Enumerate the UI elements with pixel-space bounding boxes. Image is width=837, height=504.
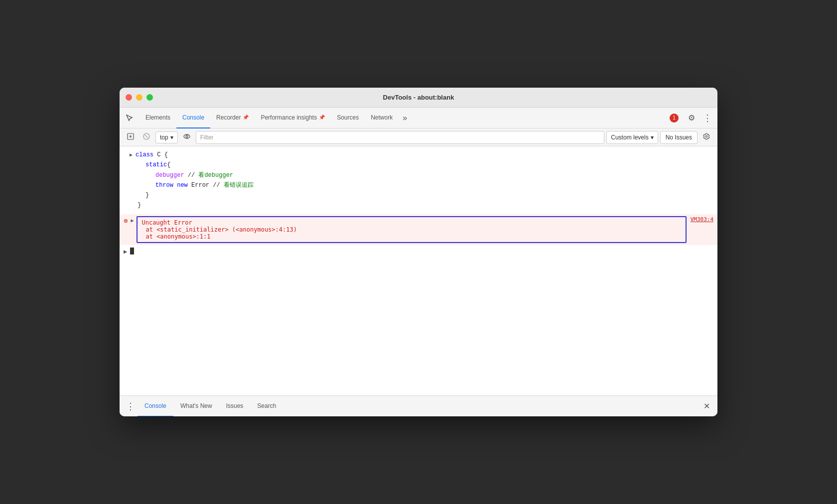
error-stack-line2: at <anonymous>:1:1 [141, 233, 681, 240]
bottom-tab-whats-new[interactable]: What's New [173, 396, 219, 417]
maximize-button[interactable] [146, 94, 153, 101]
error-circle-icon: ⊗ [124, 216, 128, 225]
minimize-button[interactable] [136, 94, 142, 101]
devtools-settings-button[interactable]: ⚙ [684, 110, 699, 126]
bottom-more-button[interactable]: ⋮ [124, 399, 138, 413]
console-settings-button[interactable] [699, 130, 713, 144]
bottom-dots-icon: ⋮ [126, 401, 135, 412]
error-count-badge[interactable]: 1 [666, 114, 684, 123]
svg-point-4 [186, 135, 188, 137]
console-frame-icon [127, 132, 135, 142]
svg-line-2 [145, 135, 148, 138]
eye-icon [183, 132, 191, 142]
clear-console-button[interactable] [124, 130, 138, 144]
console-input-line: ▶ [120, 245, 717, 257]
console-filter-input[interactable] [196, 131, 605, 144]
bottom-tab-console[interactable]: Console [138, 396, 173, 417]
error-badge-icon: 1 [670, 114, 679, 123]
chevron-down-icon: ▾ [170, 134, 173, 141]
settings-gear-icon [703, 133, 710, 141]
console-toolbar: top ▾ Custom levels ▾ No Issues [120, 128, 717, 146]
error-expand-chevron[interactable]: ▶ [131, 216, 134, 224]
stop-icon [142, 132, 150, 142]
error-title: Uncaught Error [141, 219, 681, 226]
code-block: ▶ class C { static{ debugger // 看debugge… [120, 146, 717, 214]
tab-console[interactable]: Console [176, 108, 210, 128]
gear-icon: ⚙ [688, 113, 695, 123]
inspect-element-button[interactable] [122, 110, 138, 126]
tab-sources[interactable]: Sources [331, 108, 365, 128]
error-source-link[interactable]: VM303:4 [687, 216, 713, 223]
tab-recorder[interactable]: Recorder 📌 [210, 108, 255, 128]
console-output: ▶ class C { static{ debugger // 看debugge… [120, 146, 717, 395]
tab-performance-insights[interactable]: Performance insights 📌 [255, 108, 331, 128]
devtools-more-options-button[interactable]: ⋮ [699, 110, 715, 126]
performance-pin-icon: 📌 [319, 115, 325, 120]
live-expressions-button[interactable] [180, 130, 194, 144]
titlebar: DevTools - about:blank [120, 88, 717, 108]
bottom-tab-search[interactable]: Search [250, 396, 283, 417]
dots-icon: ⋮ [703, 113, 712, 124]
recorder-pin-icon: 📌 [243, 115, 249, 120]
cursor [130, 248, 134, 254]
bottom-close-button[interactable]: ✕ [699, 399, 713, 413]
stop-button[interactable] [140, 130, 153, 144]
input-prompt-icon: ▶ [124, 247, 127, 255]
devtools-window: DevTools - about:blank Elements Console … [120, 88, 717, 416]
bottom-tab-issues[interactable]: Issues [219, 396, 251, 417]
more-tabs-button[interactable]: » [399, 108, 411, 128]
window-controls [126, 94, 153, 101]
error-stack-line1: at <static_initializer> (<anonymous>:4:1… [141, 226, 681, 233]
no-issues-button[interactable]: No Issues [660, 131, 698, 144]
error-row: ⊗ ▶ Uncaught Error at <static_initialize… [120, 214, 717, 245]
close-icon: ✕ [703, 401, 710, 411]
chevron-down-icon-levels: ▾ [651, 134, 654, 141]
close-button[interactable] [126, 94, 132, 101]
error-detail-box: Uncaught Error at <static_initializer> (… [137, 216, 686, 243]
context-dropdown[interactable]: top ▾ [155, 131, 178, 143]
svg-point-3 [184, 134, 190, 138]
tab-network[interactable]: Network [365, 108, 399, 128]
code-expand-chevron[interactable]: ▶ [130, 150, 133, 159]
bottom-tab-bar: ⋮ Console What's New Issues Search ✕ [120, 395, 717, 416]
custom-levels-button[interactable]: Custom levels ▾ [606, 131, 658, 144]
devtools-tab-bar: Elements Console Recorder 📌 Performance … [120, 108, 717, 128]
tab-elements[interactable]: Elements [140, 108, 176, 128]
window-title: DevTools - about:blank [383, 94, 454, 101]
